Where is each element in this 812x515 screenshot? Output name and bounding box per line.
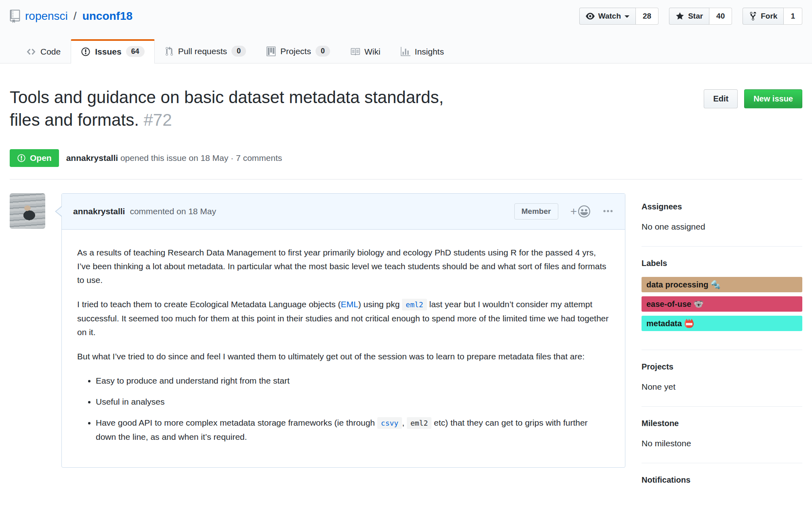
projects-count-badge: 0 — [316, 46, 330, 57]
eye-icon — [586, 12, 595, 21]
tab-pull-requests[interactable]: Pull requests 0 — [155, 39, 256, 63]
comment-body: As a results of teaching Research Data M… — [62, 230, 625, 467]
sidebar-section-milestone: Milestone No milestone — [642, 406, 802, 463]
tab-code[interactable]: Code — [16, 40, 71, 63]
tab-insights-label: Insights — [415, 47, 444, 57]
comment-paragraph: As a results of teaching Research Data M… — [77, 246, 610, 287]
sidebar-section-notifications: Notifications — [642, 463, 802, 485]
body-text: , — [402, 418, 407, 427]
pull-requests-count-badge: 0 — [231, 46, 246, 57]
member-badge[interactable]: Member — [514, 203, 558, 220]
sidebar-section-labels: Labels data processing 🔩ease-of-use 🐨met… — [642, 246, 802, 350]
body-text: Easy to produce and understand right fro… — [96, 376, 290, 385]
kebab-menu-button[interactable] — [602, 206, 614, 217]
body-text: Useful in analyses — [96, 397, 164, 406]
body-text: As a results of teaching Research Data M… — [77, 248, 606, 285]
comment-bullet-item: Easy to produce and understand right fro… — [96, 374, 610, 388]
star-label: Star — [688, 12, 703, 21]
watch-button[interactable]: Watch — [579, 8, 636, 25]
new-issue-button[interactable]: New issue — [744, 89, 802, 108]
sidebar-section-assignees: Assignees No one assigned — [642, 201, 802, 246]
issue-opened-icon — [81, 47, 90, 57]
assignees-value: No one assigned — [642, 222, 802, 232]
body-text: Have good API to more complex metadata s… — [96, 418, 377, 427]
breadcrumb-separator: / — [73, 10, 78, 23]
label-metadata[interactable]: metadata 📛 — [642, 316, 802, 331]
sidebar-section-projects: Projects None yet — [642, 350, 802, 406]
add-reaction-button[interactable]: + — [570, 205, 590, 217]
plus-icon: + — [570, 206, 577, 217]
comment-author-link[interactable]: annakrystalli — [73, 207, 125, 216]
pull-request-icon — [165, 46, 174, 56]
watch-label: Watch — [598, 12, 621, 21]
projects-value: None yet — [642, 382, 802, 392]
repo-header: ropensci/unconf18 Watch 28 Star — [0, 0, 812, 63]
issue-meta-rest: opened this issue on 18 May · 7 comments — [120, 153, 282, 163]
repo-name-link[interactable]: unconf18 — [82, 10, 133, 23]
issue-number: #72 — [143, 110, 172, 129]
issue-actions: Edit New issue — [704, 86, 802, 108]
body-text: But what I’ve tried to do since and feel… — [77, 352, 585, 361]
labels-title[interactable]: Labels — [642, 259, 802, 268]
milestone-title[interactable]: Milestone — [642, 419, 802, 428]
tab-pull-requests-label: Pull requests — [178, 46, 227, 56]
issue-sidebar: Assignees No one assigned Labels data pr… — [642, 193, 802, 495]
fork-count[interactable]: 1 — [784, 8, 802, 25]
github-issue-page: ropensci/unconf18 Watch 28 Star — [0, 0, 812, 515]
issue-title-text: Tools and guidance on basic dataset meta… — [10, 88, 444, 129]
tab-projects[interactable]: Projects 0 — [256, 39, 340, 63]
star-icon — [675, 12, 684, 21]
tab-issues-label: Issues — [95, 47, 121, 57]
issue-opened-icon — [17, 154, 26, 163]
label-ease-of-use[interactable]: ease-of-use 🐨 — [642, 296, 802, 312]
projects-title[interactable]: Projects — [642, 362, 802, 371]
comment-action-text: commented on 18 May — [130, 207, 216, 216]
assignees-title[interactable]: Assignees — [642, 202, 802, 211]
issue-header: Tools and guidance on basic dataset meta… — [0, 63, 812, 131]
inline-code: eml2 — [407, 417, 431, 429]
comment-card: annakrystalli commented on 18 May Member… — [61, 193, 625, 468]
tab-code-label: Code — [40, 47, 61, 57]
watch-count[interactable]: 28 — [636, 8, 658, 25]
comment-bullet-list: Easy to produce and understand right fro… — [77, 374, 610, 444]
tab-projects-label: Projects — [280, 46, 311, 56]
repo-icon — [10, 10, 20, 23]
project-icon — [266, 46, 276, 56]
edit-button[interactable]: Edit — [704, 89, 738, 108]
issue-author-link[interactable]: annakrystalli — [66, 153, 118, 163]
tab-wiki[interactable]: Wiki — [340, 40, 391, 63]
caret-down-icon — [625, 15, 629, 20]
repo-owner-link[interactable]: ropensci — [25, 10, 68, 23]
issues-count-badge: 64 — [126, 46, 145, 57]
milestone-value: No milestone — [642, 439, 802, 448]
code-icon — [26, 47, 36, 57]
graph-icon — [401, 47, 410, 57]
comment-bullet-item: Useful in analyses — [96, 395, 610, 409]
smiley-icon — [578, 205, 590, 217]
tab-insights[interactable]: Insights — [391, 40, 454, 63]
repo-social-actions: Watch 28 Star 40 Fork — [579, 8, 802, 25]
inline-code-link[interactable]: eml2 — [402, 299, 427, 310]
tab-issues[interactable]: Issues 64 — [71, 39, 154, 63]
issue-state-badge: Open — [10, 149, 59, 167]
tab-wiki-label: Wiki — [364, 47, 381, 57]
fork-button[interactable]: Fork — [743, 8, 784, 25]
label-data-processing[interactable]: data processing 🔩 — [642, 277, 802, 292]
avatar[interactable] — [10, 193, 45, 229]
labels-list: data processing 🔩ease-of-use 🐨metadata 📛 — [642, 277, 802, 331]
star-count[interactable]: 40 — [709, 8, 732, 25]
issue-meta-text: annakrystalli opened this issue on 18 Ma… — [66, 153, 282, 163]
issue-state-label: Open — [30, 153, 52, 163]
issue-meta: Open annakrystalli opened this issue on … — [10, 149, 802, 179]
fork-icon — [749, 11, 757, 21]
inline-code-link[interactable]: csvy — [377, 417, 402, 429]
repo-breadcrumb: ropensci/unconf18 — [10, 10, 133, 23]
star-button[interactable]: Star — [669, 8, 709, 25]
body-text: I tried to teach them to create Ecologic… — [77, 300, 341, 309]
comment-paragraph: I tried to teach them to create Ecologic… — [77, 298, 610, 339]
discussion-area: annakrystalli commented on 18 May Member… — [0, 179, 812, 495]
comment-paragraph: But what I’ve tried to do since and feel… — [77, 350, 610, 363]
notifications-title[interactable]: Notifications — [642, 475, 802, 485]
comment-bullet-item: Have good API to more complex metadata s… — [96, 416, 610, 444]
inline-link[interactable]: EML — [341, 300, 358, 309]
